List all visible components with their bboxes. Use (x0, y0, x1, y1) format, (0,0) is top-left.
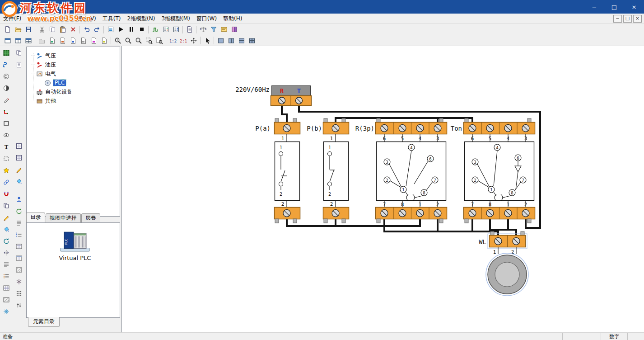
scale-blue-button[interactable]: 1:2 (168, 36, 178, 45)
undo-button[interactable] (81, 25, 92, 34)
doc-5-button[interactable] (89, 36, 99, 45)
marquee-tool-button[interactable] (2, 154, 11, 163)
catalog-item-virtual-plc[interactable]: PLC Virtual PLC (47, 229, 103, 261)
bucket-2-button[interactable] (14, 177, 23, 186)
pan-button[interactable] (188, 36, 199, 45)
component-pb[interactable]: P(b) 1 1 2 2 (307, 118, 349, 223)
child-restore-button[interactable]: □ (623, 15, 632, 23)
tab-select-in-view[interactable]: 视图中选择 (46, 213, 81, 222)
tab-element-catalog[interactable]: 元素目录 (28, 317, 60, 327)
help-book-button[interactable] (229, 25, 239, 34)
pencil-2-button[interactable] (14, 165, 23, 174)
report-button[interactable] (105, 25, 116, 34)
node-tool-button[interactable] (2, 60, 11, 69)
tree-item-plc[interactable]: PLC (27, 78, 120, 87)
dots-button[interactable] (14, 289, 23, 298)
pause-button[interactable] (126, 25, 136, 34)
menu-file[interactable]: 文件(F) (0, 14, 24, 24)
fill-tool-button[interactable] (2, 225, 11, 234)
delete-button[interactable] (68, 25, 78, 34)
refresh-button[interactable] (14, 207, 23, 216)
mirror-tool-button[interactable] (2, 248, 11, 257)
zoom-region-button[interactable] (144, 36, 154, 45)
table-tool-button[interactable] (2, 283, 11, 293)
snap-tool-button[interactable] (2, 307, 11, 316)
document-button[interactable] (184, 25, 195, 34)
balance-button[interactable] (198, 25, 208, 34)
paste-button[interactable] (57, 25, 68, 34)
cut-button[interactable] (37, 25, 47, 34)
circle-tool-button[interactable] (2, 72, 11, 81)
person-button[interactable] (14, 195, 23, 204)
tree-item-electrical[interactable]: 电气 (27, 69, 120, 78)
eye-tool-button[interactable] (2, 131, 11, 140)
hatch-tool-button[interactable] (2, 295, 11, 304)
page-copy-button[interactable] (14, 48, 23, 57)
menu-3d-model[interactable]: 3维模型(M) (158, 14, 193, 24)
child-close-button[interactable]: × (633, 15, 642, 23)
maximize-button[interactable]: □ (604, 0, 624, 14)
numbered-list-tool-button[interactable] (2, 272, 11, 281)
select-cursor-button[interactable] (202, 36, 212, 45)
open-button[interactable] (13, 25, 23, 34)
pen-tool-button[interactable] (2, 95, 11, 104)
component-r3p[interactable]: R(3p) 6 5 4 3 4 3 6 2 1 8 7 7 8 1 2 (355, 118, 447, 223)
minimize-button[interactable]: − (584, 0, 604, 14)
scale-red-button[interactable]: 2:1 (178, 36, 188, 45)
funnel-button[interactable] (208, 25, 219, 34)
magnet-tool-button[interactable] (2, 189, 11, 198)
zoom-button[interactable] (133, 36, 144, 45)
tab-cascade[interactable]: 层叠 (81, 213, 100, 222)
data-list-button[interactable] (171, 25, 181, 34)
menu-window[interactable]: 窗口(W) (193, 14, 220, 24)
redo-button[interactable] (92, 25, 102, 34)
contrast-tool-button[interactable] (2, 84, 11, 93)
notes-button[interactable] (219, 25, 229, 34)
asterisk-button[interactable] (14, 277, 23, 286)
menu-tools[interactable]: 工具(T) (99, 14, 124, 24)
doc-1-button[interactable] (47, 36, 57, 45)
zoom-in-button[interactable] (112, 36, 123, 45)
text-tool-button[interactable]: T (2, 142, 11, 151)
doc-2-button[interactable] (57, 36, 68, 45)
parts-list-button[interactable] (160, 25, 171, 34)
link-tool-button[interactable] (2, 178, 11, 187)
table-b-button[interactable] (14, 254, 23, 263)
small-grid-button[interactable] (14, 142, 23, 151)
run-button[interactable] (116, 25, 126, 34)
tile-horizontal-button[interactable] (236, 36, 247, 45)
new-button[interactable] (2, 25, 13, 34)
menu-edit[interactable]: 编辑(E) (24, 14, 49, 24)
zoom-out-button[interactable] (123, 36, 133, 45)
list-a-button[interactable] (14, 218, 23, 227)
menu-2d-model[interactable]: 2维模型(N) (124, 14, 158, 24)
tab-catalog[interactable]: 目录 (26, 212, 45, 222)
tree-item-hydraulic[interactable]: 油压 (27, 60, 120, 69)
tree-item-other[interactable]: 其他 (27, 96, 120, 105)
list-b-button[interactable] (14, 230, 23, 239)
folder-button[interactable] (37, 36, 47, 45)
tile-vertical-button[interactable] (226, 36, 236, 45)
doc-4-button[interactable] (78, 36, 89, 45)
stop-button[interactable] (136, 25, 147, 34)
schematic-view[interactable]: 220V/60Hz R T P(a) 1 1 2 2 P(b) (121, 46, 644, 333)
tree-item-automation[interactable]: 自动化设备 (27, 87, 120, 96)
pencil-tool-button[interactable] (2, 213, 11, 222)
component-ton[interactable]: Ton 6 5 4 3 4 3 6 2 1 8 7 7 8 1 2 (451, 118, 535, 223)
rect-tool-button[interactable] (2, 119, 11, 128)
lamp-wl[interactable]: WL 1 2 (479, 231, 528, 296)
schematic-canvas[interactable]: 220V/60Hz R T P(a) 1 1 2 2 P(b) (122, 46, 644, 333)
tile-grid-button[interactable] (247, 36, 257, 45)
region-select-button[interactable] (2, 48, 11, 57)
tree-item-pneumatic[interactable]: 气压 (27, 51, 120, 60)
window-split-button[interactable] (13, 36, 23, 45)
table-a-button[interactable] (14, 242, 23, 251)
arrows-button[interactable] (14, 301, 23, 310)
pages-tool-button[interactable] (2, 201, 11, 210)
zoom-fit-button[interactable] (154, 36, 164, 45)
power-terminal[interactable]: 220V/60Hz R T (235, 86, 311, 106)
small-grid-2-button[interactable] (14, 153, 23, 162)
copy-button[interactable] (47, 25, 57, 34)
page-copy-2-button[interactable] (14, 60, 23, 69)
rotate-tool-button[interactable] (2, 236, 11, 246)
